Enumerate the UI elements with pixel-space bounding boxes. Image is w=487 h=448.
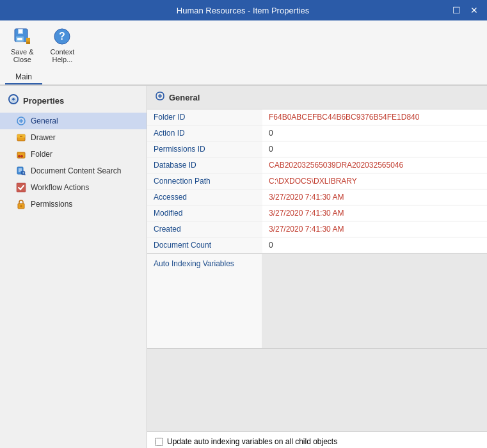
svg-rect-12 [17, 152, 25, 158]
content-area: General Folder IDF64B0ABCEFBC44B6BC9376B… [147, 86, 487, 448]
table-row: Document Count0 [147, 237, 487, 253]
auto-index-value [262, 254, 487, 348]
permissions-icon [15, 198, 27, 210]
sidebar-item-general[interactable]: General [0, 113, 147, 129]
toolbar: Save &Close ? ContextHelp... Main [0, 20, 487, 85]
drawer-icon [15, 132, 27, 143]
svg-rect-4 [17, 38, 22, 40]
sidebar-item-doc-search[interactable]: Document Content Search [0, 163, 147, 179]
table-row: Connection PathC:\DXDOCS\DXLIBRARY [147, 173, 487, 189]
sidebar-header-label: Properties [23, 96, 64, 106]
property-label: Accessed [147, 189, 262, 205]
property-label: Modified [147, 205, 262, 221]
svg-line-20 [24, 174, 26, 175]
property-value: 3/27/2020 7:41:30 AM [262, 189, 487, 205]
sidebar-label-workflow: Workflow Actions [31, 183, 89, 192]
property-value: 0 [262, 125, 487, 141]
content-header-label: General [169, 93, 200, 102]
sidebar-label-doc-search: Document Content Search [31, 166, 121, 175]
property-value: CAB202032565039DRA202032565046 [262, 157, 487, 173]
title-bar: Human Resources - Item Properties ☐ ✕ [0, 0, 487, 20]
main-layout: Properties General Drawer [0, 85, 487, 448]
checkbox-label: Update auto indexing variables on all ch… [167, 437, 337, 446]
properties-icon [8, 93, 19, 108]
sidebar-item-folder[interactable]: Folder [0, 146, 147, 163]
context-help-icon: ? [52, 26, 72, 47]
folder-scissors-icon [15, 148, 27, 160]
sidebar-item-permissions[interactable]: Permissions [0, 196, 147, 212]
window-title: Human Resources - Item Properties [37, 6, 449, 15]
toolbar-items: Save &Close ? ContextHelp... [5, 23, 482, 69]
property-label: Document Count [147, 237, 262, 253]
auto-index-section: Auto Indexing Variables [147, 253, 487, 348]
general-icon [15, 115, 27, 127]
property-value: 3/27/2020 7:41:30 AM [262, 205, 487, 221]
content-header: General [147, 86, 487, 109]
property-value: 3/27/2020 7:41:30 AM [262, 221, 487, 237]
table-row: Action ID0 [147, 125, 487, 141]
maximize-button[interactable]: ☐ [449, 3, 464, 18]
all-child-objects-link[interactable]: all child objects [285, 437, 337, 446]
window-controls: ☐ ✕ [449, 3, 482, 18]
property-label: Created [147, 221, 262, 237]
main-tab[interactable]: Main [5, 70, 42, 84]
auto-index-checkbox[interactable] [155, 438, 163, 446]
save-close-label: Save &Close [11, 48, 33, 63]
sidebar-header: Properties [0, 91, 147, 113]
toolbar-tab-bar: Main [5, 69, 482, 84]
table-row: Permissions ID0 [147, 141, 487, 157]
sidebar: Properties General Drawer [0, 86, 147, 448]
svg-rect-11 [20, 136, 22, 138]
sidebar-label-permissions: Permissions [31, 200, 72, 209]
auto-index-label: Auto Indexing Variables [147, 254, 262, 348]
svg-text:?: ? [60, 31, 66, 42]
save-close-button[interactable]: Save &Close [5, 23, 39, 67]
workflow-icon [15, 182, 27, 193]
property-label: Database ID [147, 157, 262, 173]
property-value: C:\DXDOCS\DXLIBRARY [262, 173, 487, 189]
sidebar-item-workflow[interactable]: Workflow Actions [0, 179, 147, 196]
save-close-icon [12, 26, 33, 47]
property-label: Permissions ID [147, 141, 262, 157]
doc-search-icon [15, 165, 27, 177]
table-row: Modified3/27/2020 7:41:30 AM [147, 205, 487, 221]
table-row: Created3/27/2020 7:41:30 AM [147, 221, 487, 237]
property-label: Connection Path [147, 173, 262, 189]
checkbox-row: Update auto indexing variables on all ch… [147, 431, 487, 448]
svg-rect-2 [19, 29, 22, 33]
table-row: Folder IDF64B0ABCEFBC44B6BC9376B54FE1D84… [147, 109, 487, 125]
property-label: Action ID [147, 125, 262, 141]
property-label: Folder ID [147, 109, 262, 125]
properties-table: Folder IDF64B0ABCEFBC44B6BC9376B54FE1D84… [147, 109, 487, 253]
property-value: F64B0ABCEFBC44B6BC9376B54FE1D840 [262, 109, 487, 125]
sidebar-label-folder: Folder [31, 150, 52, 159]
content-header-icon [155, 91, 165, 104]
property-value: 0 [262, 237, 487, 253]
bottom-section [147, 348, 487, 431]
context-help-label: ContextHelp... [50, 48, 74, 63]
properties-table-container: Folder IDF64B0ABCEFBC44B6BC9376B54FE1D84… [147, 109, 487, 253]
close-button[interactable]: ✕ [467, 3, 482, 18]
context-help-button[interactable]: ? ContextHelp... [44, 23, 80, 67]
property-value: 0 [262, 141, 487, 157]
sidebar-item-drawer[interactable]: Drawer [0, 129, 147, 146]
svg-point-23 [20, 205, 22, 207]
sidebar-label-drawer: Drawer [31, 133, 56, 142]
sidebar-label-general: General [31, 116, 58, 125]
table-row: Database IDCAB202032565039DRA20203256504… [147, 157, 487, 173]
table-row: Accessed3/27/2020 7:41:30 AM [147, 189, 487, 205]
checkbox-text: Update auto indexing variables on [167, 437, 285, 446]
